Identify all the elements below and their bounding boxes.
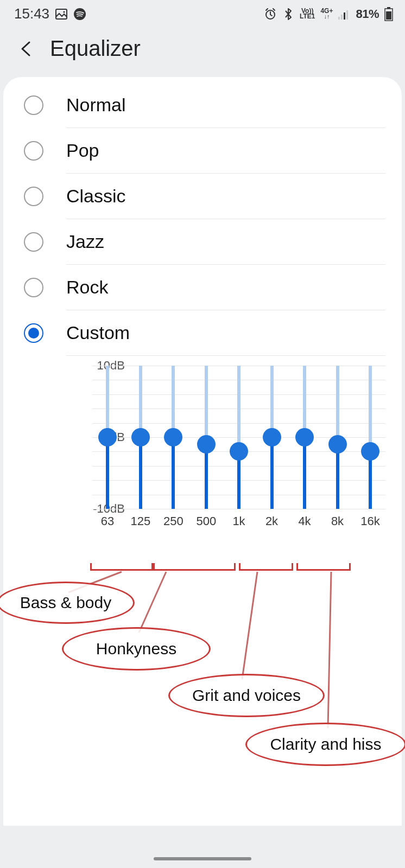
signal-icon bbox=[338, 9, 350, 20]
preset-radio[interactable] bbox=[24, 95, 43, 115]
page-title: Equalizer bbox=[50, 36, 141, 61]
eq-slider-250[interactable] bbox=[163, 366, 183, 509]
freq-label: 2k bbox=[262, 514, 282, 528]
bubble-grit: Grit and voices bbox=[168, 674, 325, 717]
freq-label: 1k bbox=[229, 514, 249, 528]
svg-rect-0 bbox=[56, 9, 67, 19]
preset-row-custom[interactable]: Custom bbox=[3, 310, 402, 355]
preset-radio[interactable] bbox=[24, 232, 43, 252]
bubble-bass: Bass & body bbox=[0, 582, 135, 624]
back-icon[interactable] bbox=[18, 41, 35, 57]
preset-radio[interactable] bbox=[24, 323, 43, 343]
eq-slider-4k[interactable] bbox=[295, 366, 314, 509]
bluetooth-icon bbox=[282, 8, 294, 21]
svg-rect-5 bbox=[341, 15, 343, 20]
settings-card: NormalPopClassicJazzRockCustom 10dB 0dB … bbox=[3, 77, 402, 826]
status-bar: 15:43 Vo)) LTE1 4G+ ↓↑ 81% bbox=[0, 0, 405, 24]
preset-row-normal[interactable]: Normal bbox=[3, 82, 402, 127]
svg-line-13 bbox=[242, 572, 257, 679]
freq-label: 16k bbox=[360, 514, 380, 528]
svg-rect-4 bbox=[338, 17, 340, 20]
svg-rect-6 bbox=[344, 12, 345, 20]
battery-text: 81% bbox=[356, 7, 379, 21]
preset-label: Classic bbox=[66, 186, 126, 207]
network-label-stack: Vo)) LTE1 bbox=[300, 9, 315, 19]
bracket-4 bbox=[296, 563, 351, 571]
eq-slider-63[interactable] bbox=[98, 366, 117, 509]
bubble-honky: Honkyness bbox=[62, 627, 211, 671]
eq-slider-16k[interactable] bbox=[360, 366, 380, 509]
preset-row-classic[interactable]: Classic bbox=[3, 174, 402, 219]
battery-icon bbox=[384, 7, 393, 21]
gallery-icon bbox=[55, 8, 68, 21]
eq-slider-1k[interactable] bbox=[229, 366, 249, 509]
bracket-3 bbox=[239, 563, 293, 571]
freq-label: 8k bbox=[328, 514, 347, 528]
bracket-1 bbox=[90, 563, 153, 571]
freq-label: 4k bbox=[295, 514, 314, 528]
preset-radio[interactable] bbox=[24, 141, 43, 161]
bubble-clarity: Clarity and hiss bbox=[245, 723, 405, 766]
alarm-icon bbox=[264, 8, 277, 21]
freq-label: 500 bbox=[197, 514, 216, 528]
preset-label: Normal bbox=[66, 94, 126, 116]
home-indicator bbox=[154, 857, 251, 860]
svg-line-14 bbox=[328, 572, 331, 728]
svg-point-1 bbox=[63, 11, 65, 12]
bracket-2 bbox=[153, 563, 236, 571]
freq-label: 125 bbox=[131, 514, 150, 528]
svg-line-11 bbox=[68, 572, 122, 592]
network-4g-label: 4G+ ↓↑ bbox=[320, 9, 333, 18]
freq-label: 63 bbox=[98, 514, 117, 528]
svg-rect-7 bbox=[346, 10, 348, 20]
eq-slider-2k[interactable] bbox=[262, 366, 282, 509]
preset-row-jazz[interactable]: Jazz bbox=[3, 219, 402, 264]
preset-row-pop[interactable]: Pop bbox=[3, 128, 402, 173]
preset-label: Custom bbox=[66, 322, 130, 343]
divider bbox=[66, 355, 385, 356]
clock-text: 15:43 bbox=[14, 5, 49, 22]
preset-label: Rock bbox=[66, 277, 108, 298]
preset-radio[interactable] bbox=[24, 187, 43, 206]
equalizer-graph: 10dB 0dB -10dB 631252505001k2k4k8k16k bbox=[50, 366, 385, 528]
freq-label: 250 bbox=[163, 514, 183, 528]
spotify-icon bbox=[73, 8, 86, 21]
preset-label: Pop bbox=[66, 140, 99, 161]
preset-radio[interactable] bbox=[24, 278, 43, 297]
preset-row-rock[interactable]: Rock bbox=[3, 265, 402, 310]
eq-slider-8k[interactable] bbox=[328, 366, 347, 509]
app-header: Equalizer bbox=[0, 24, 405, 77]
eq-slider-500[interactable] bbox=[197, 366, 216, 509]
svg-line-12 bbox=[139, 572, 166, 633]
svg-rect-10 bbox=[386, 11, 391, 20]
preset-label: Jazz bbox=[66, 231, 104, 252]
eq-slider-125[interactable] bbox=[131, 366, 150, 509]
